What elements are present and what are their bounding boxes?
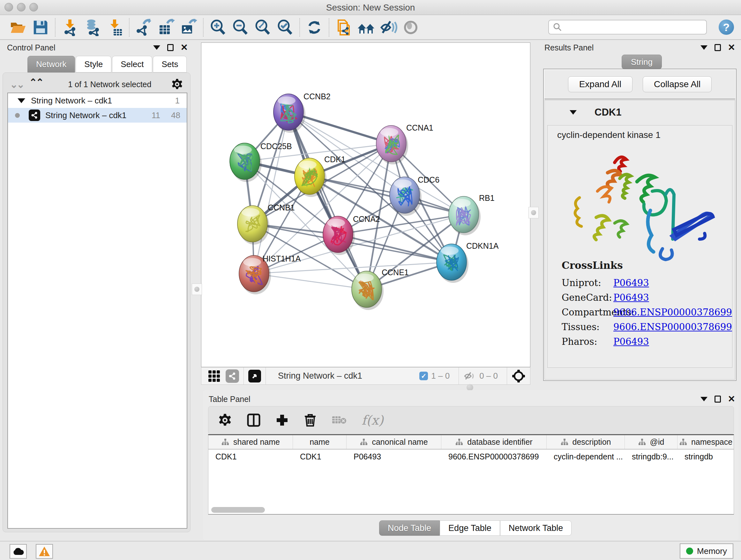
add-column-icon[interactable] [275, 414, 289, 427]
table-horizontal-scrollbar[interactable] [211, 507, 265, 513]
column-header-database-identifier[interactable]: database identifier [441, 435, 547, 449]
column-header-canonical-name[interactable]: canonical name [347, 435, 441, 449]
network-tree-root-row[interactable]: String Network – cdk1 1 [8, 93, 187, 108]
refresh-button[interactable] [305, 18, 324, 37]
hide-selected-button[interactable] [379, 18, 398, 37]
title-bar: Session: New Session [0, 0, 741, 15]
function-builder-icon[interactable]: f(x) [361, 413, 384, 428]
panel-float-icon[interactable] [715, 395, 721, 402]
tab-select[interactable]: Select [112, 56, 152, 72]
left-splitter-handle[interactable] [192, 284, 202, 295]
tab-sets[interactable]: Sets [153, 56, 187, 72]
panel-menu-icon[interactable] [700, 397, 708, 401]
expand-all-button[interactable]: Expand All [568, 76, 632, 92]
network-node-CCNA2[interactable] [323, 216, 355, 255]
network-overview-icon[interactable] [226, 369, 239, 383]
import-network-from-database-button[interactable] [83, 18, 102, 37]
tab-string[interactable]: String [622, 55, 662, 69]
fit-selected-crosshair-icon[interactable] [512, 369, 526, 383]
tab-edge-table[interactable]: Edge Table [440, 520, 500, 536]
column-header-name[interactable]: name [293, 435, 347, 449]
node-label-CCNE1: CCNE1 [382, 268, 409, 277]
network-node-CDK1[interactable] [294, 158, 327, 197]
home-button[interactable] [357, 18, 375, 37]
cloud-status-button[interactable] [10, 544, 27, 559]
node-label-CCNB2: CCNB2 [304, 92, 331, 101]
column-header-description[interactable]: description [547, 435, 625, 449]
copy-network-button[interactable] [334, 18, 353, 37]
horizontal-splitter-handle[interactable] [467, 384, 473, 391]
right-splitter-handle[interactable] [529, 207, 539, 219]
toolbar-separator [329, 18, 329, 37]
save-session-button[interactable] [31, 18, 50, 37]
open-session-button[interactable] [9, 18, 27, 37]
collapse-all-button[interactable]: Collapse All [643, 76, 712, 92]
network-graph[interactable]: CCNB2CCNA1CDC25BCDK1CDC6RB1CCNB1CCNA2CDK… [201, 43, 530, 367]
crosslink-link[interactable]: P06493 [613, 336, 649, 347]
network-node-RB1[interactable] [449, 196, 481, 235]
tab-network[interactable]: Network [27, 56, 75, 72]
table-row[interactable]: CDK1CDK1P064939606.ENSP00000378699cyclin… [208, 449, 734, 463]
network-node-CCNB2[interactable] [273, 94, 306, 133]
tab-network-table[interactable]: Network Table [500, 520, 572, 536]
search-input[interactable] [548, 20, 707, 35]
import-network-button[interactable] [61, 18, 79, 37]
crosslink-row: Compartments:9606.ENSP00000378699 [562, 305, 732, 320]
panel-close-icon[interactable]: ✕ [728, 44, 735, 51]
shared-column-icon [638, 438, 646, 446]
tab-style[interactable]: Style [76, 56, 111, 72]
expand-all-networks-icon[interactable]: ⌃⌃ [29, 77, 43, 88]
crosslink-link[interactable]: P06493 [613, 292, 649, 303]
hidden-eye-slash-icon [463, 371, 476, 381]
help-button[interactable]: ? [719, 19, 734, 35]
network-tree-child-row[interactable]: String Network – cdk1 11 48 [8, 108, 187, 123]
panel-float-icon[interactable] [715, 44, 721, 51]
crosslink-link[interactable]: 9606.ENSP00000378699 [613, 307, 732, 318]
zoom-selected-button[interactable] [276, 18, 294, 37]
column-header-namespace[interactable]: namespace [677, 435, 734, 449]
save-floppy-icon [32, 19, 49, 36]
network-node-CDKN1A[interactable] [436, 244, 468, 283]
show-columns-icon[interactable] [247, 413, 261, 427]
zoom-in-button[interactable] [209, 18, 227, 37]
network-node-CCNA1[interactable] [376, 125, 408, 165]
export-image-button[interactable] [179, 18, 198, 37]
collapse-all-networks-icon[interactable]: ⌄⌄ [10, 79, 23, 90]
selected-node-edge-counts: 1 – 0 [431, 371, 450, 381]
network-node-CCNE1[interactable] [352, 271, 384, 310]
panel-close-icon[interactable]: ✕ [728, 396, 735, 402]
network-edge[interactable] [254, 112, 288, 273]
crosslink-link[interactable]: 9606.ENSP00000378699 [613, 321, 732, 332]
birds-eye-view-icon[interactable] [248, 370, 261, 382]
status-bar: Memory [0, 541, 741, 560]
shared-column-icon [560, 438, 569, 446]
node-table: shared namenamecanonical namedatabase id… [208, 434, 734, 515]
export-table-button[interactable] [157, 18, 176, 37]
gene-collapse-icon[interactable] [569, 110, 577, 115]
grid-view-icon[interactable] [208, 370, 220, 382]
column-header--id[interactable]: @id [625, 435, 677, 449]
column-header-shared-name[interactable]: shared name [208, 435, 293, 449]
zoom-out-button[interactable] [231, 18, 250, 37]
show-hidden-button[interactable] [401, 18, 420, 37]
delete-table-icon[interactable] [332, 415, 347, 426]
panel-close-icon[interactable]: ✕ [181, 44, 188, 51]
import-table-button[interactable] [105, 18, 124, 37]
export-network-button[interactable] [135, 18, 153, 37]
panel-float-icon[interactable] [167, 44, 174, 51]
delete-column-icon[interactable] [304, 413, 317, 427]
panel-menu-icon[interactable] [153, 45, 160, 50]
crosslink-link[interactable]: P06493 [613, 277, 649, 288]
network-options-gear-icon[interactable] [171, 78, 183, 90]
fit-content-button[interactable] [253, 18, 272, 37]
network-canvas[interactable]: CCNB2CCNA1CDC25BCDK1CDC6RB1CCNB1CCNA2CDK… [201, 43, 530, 367]
tab-node-table[interactable]: Node Table [379, 520, 440, 536]
network-node-CDC25B[interactable] [230, 143, 262, 182]
memory-button[interactable]: Memory [680, 543, 733, 559]
network-node-CCNB1[interactable] [238, 206, 269, 245]
panel-menu-icon[interactable] [700, 45, 708, 50]
warning-status-button[interactable] [36, 544, 53, 559]
tree-expand-icon[interactable] [17, 98, 25, 103]
selected-checkbox-icon[interactable]: ✓ [419, 372, 428, 380]
table-options-gear-icon[interactable] [218, 413, 232, 427]
